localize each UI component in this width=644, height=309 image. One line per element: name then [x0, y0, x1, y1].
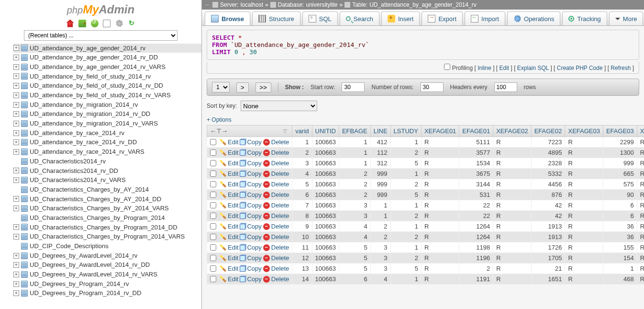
- expand-icon[interactable]: +: [13, 55, 19, 60]
- row-checkbox[interactable]: [210, 213, 216, 219]
- edit-link[interactable]: Edit: [228, 138, 238, 146]
- headers-input[interactable]: [494, 82, 517, 92]
- expand-icon[interactable]: +: [13, 92, 19, 98]
- tree-item[interactable]: +UD_Characteristics_Charges_by_Program_2…: [13, 223, 201, 232]
- tree-item[interactable]: +UD_attendance_by_field_of_study_2014_rv…: [13, 91, 201, 100]
- profiling-checkbox[interactable]: [444, 64, 450, 70]
- column-header[interactable]: UNITID: [312, 126, 339, 137]
- tree-item[interactable]: +UD_Characteristics_Charges_by_AY_2014_D…: [13, 195, 201, 204]
- tree-item[interactable]: +UD_Degrees_by_AwardLevel_2014_rv: [13, 251, 201, 261]
- explain-link[interactable]: Explain SQL: [517, 65, 549, 71]
- edit-link[interactable]: Edit: [228, 212, 238, 219]
- edit-link[interactable]: Edit: [228, 233, 238, 240]
- expand-icon[interactable]: +: [13, 121, 19, 126]
- column-header[interactable]: EFAGE03: [603, 126, 637, 137]
- copy-link[interactable]: Copy: [247, 181, 261, 188]
- row-checkbox[interactable]: [210, 244, 216, 251]
- row-checkbox[interactable]: [210, 149, 216, 156]
- copy-link[interactable]: Copy: [247, 149, 261, 156]
- refresh-link[interactable]: Refresh: [611, 65, 631, 71]
- expand-icon[interactable]: +: [13, 234, 19, 240]
- expand-icon[interactable]: +: [13, 73, 19, 79]
- delete-link[interactable]: Delete: [271, 265, 289, 272]
- row-checkbox[interactable]: [210, 234, 216, 240]
- expand-icon[interactable]: +: [13, 139, 19, 145]
- expand-icon[interactable]: +: [13, 224, 19, 230]
- edit-link[interactable]: Edit: [499, 65, 509, 71]
- reload-icon[interactable]: ↻: [128, 20, 135, 27]
- copy-link[interactable]: Copy: [247, 233, 261, 240]
- expand-icon[interactable]: +: [13, 272, 19, 277]
- edit-link[interactable]: Edit: [228, 202, 238, 209]
- delete-link[interactable]: Delete: [271, 202, 289, 209]
- row-checkbox[interactable]: [210, 171, 216, 177]
- column-header[interactable]: XEFAGE03: [565, 126, 603, 137]
- delete-link[interactable]: Delete: [271, 275, 289, 283]
- expand-icon[interactable]: +: [13, 111, 19, 117]
- copy-link[interactable]: Copy: [247, 191, 261, 198]
- tab-sql[interactable]: SQL: [302, 11, 338, 25]
- edit-link[interactable]: Edit: [228, 160, 238, 167]
- edit-link[interactable]: Edit: [228, 170, 238, 177]
- expand-icon[interactable]: +: [13, 290, 19, 296]
- row-checkbox[interactable]: [210, 160, 216, 166]
- sort-select[interactable]: None: [241, 101, 317, 111]
- tab-insert[interactable]: Insert: [381, 11, 420, 25]
- create-php-link[interactable]: Create PHP Code: [557, 65, 603, 71]
- tree-item[interactable]: +UD_attendance_by_age_gender_2014_rv: [13, 44, 201, 53]
- page-select[interactable]: 1: [212, 82, 230, 92]
- bc-db[interactable]: universitylite: [306, 1, 337, 8]
- tree-item[interactable]: +UD_attendance_by_migration_2014_rv: [13, 100, 201, 110]
- copy-link[interactable]: Copy: [247, 170, 261, 177]
- tree-item[interactable]: +UD_Degrees_by_AwardLevel_2014_rv_VARS: [13, 270, 201, 279]
- expand-icon[interactable]: +: [13, 196, 19, 202]
- edit-link[interactable]: Edit: [228, 191, 238, 198]
- tree-item[interactable]: +UD_Degrees_by_Program_2014_rv: [13, 279, 201, 289]
- expand-icon[interactable]: +: [13, 83, 19, 89]
- tab-import[interactable]: Import: [465, 11, 505, 25]
- tab-export[interactable]: Export: [422, 11, 463, 25]
- tree-item[interactable]: +UD_Characteristics2014_rv_DD: [13, 166, 201, 176]
- column-header[interactable]: LINE: [370, 126, 390, 137]
- copy-link[interactable]: Copy: [247, 254, 261, 262]
- tree-item[interactable]: +UD_attendance_by_race_2014_rv_DD: [13, 137, 201, 147]
- tab-operations[interactable]: Operations: [507, 11, 561, 25]
- expand-icon[interactable]: +: [13, 262, 19, 268]
- expand-icon[interactable]: +: [13, 130, 19, 136]
- copy-link[interactable]: Copy: [247, 160, 261, 167]
- edit-link[interactable]: Edit: [228, 254, 238, 262]
- inline-link[interactable]: Inline: [477, 65, 491, 71]
- edit-link[interactable]: Edit: [228, 149, 238, 156]
- expand-icon[interactable]: +: [13, 253, 19, 259]
- delete-link[interactable]: Delete: [271, 233, 289, 240]
- delete-link[interactable]: Delete: [271, 244, 289, 251]
- column-header[interactable]: varid: [292, 126, 312, 137]
- tab-browse[interactable]: Browse: [205, 11, 250, 25]
- column-header[interactable]: EFBAGE: [339, 126, 370, 137]
- delete-link[interactable]: Delete: [271, 254, 289, 262]
- tree-item[interactable]: +UD_Characteristics_Charges_by_AY_2014_V…: [13, 204, 201, 213]
- tree-item[interactable]: UD_Characteristics_Charges_by_AY_2014: [13, 185, 201, 195]
- tab-tracking[interactable]: Tracking: [562, 11, 607, 25]
- expand-icon[interactable]: +: [13, 149, 19, 155]
- row-checkbox[interactable]: [210, 276, 216, 282]
- expand-icon[interactable]: +: [13, 206, 19, 211]
- tree-item[interactable]: +UD_attendance_by_age_gender_2014_rv_DD: [13, 53, 201, 62]
- copy-link[interactable]: Copy: [247, 223, 261, 230]
- home-icon[interactable]: [66, 20, 74, 27]
- tree-item[interactable]: +UD_Degrees_by_AwardLevel_2014_rv_DD: [13, 260, 201, 270]
- column-header[interactable]: XEFAGE01: [421, 126, 459, 137]
- tree-item[interactable]: +UD_attendance_by_age_gender_2014_rv_VAR…: [13, 62, 201, 72]
- tree-item[interactable]: +UD_attendance_by_migration_2014_rv_VARS: [13, 119, 201, 128]
- column-header[interactable]: XEFA: [637, 126, 644, 137]
- tree-item[interactable]: UD_CIP_Code_Descriptions: [13, 241, 201, 251]
- tree-item[interactable]: +UD_attendance_by_field_of_study_2014_rv: [13, 72, 201, 81]
- copy-link[interactable]: Copy: [247, 265, 261, 272]
- next-page-button[interactable]: >: [236, 82, 249, 92]
- delete-link[interactable]: Delete: [271, 160, 289, 167]
- row-checkbox[interactable]: [210, 223, 216, 229]
- row-checkbox[interactable]: [210, 202, 216, 208]
- delete-link[interactable]: Delete: [271, 170, 289, 177]
- column-header[interactable]: XEFAGE02: [493, 126, 531, 137]
- tab-search[interactable]: Search: [340, 11, 379, 25]
